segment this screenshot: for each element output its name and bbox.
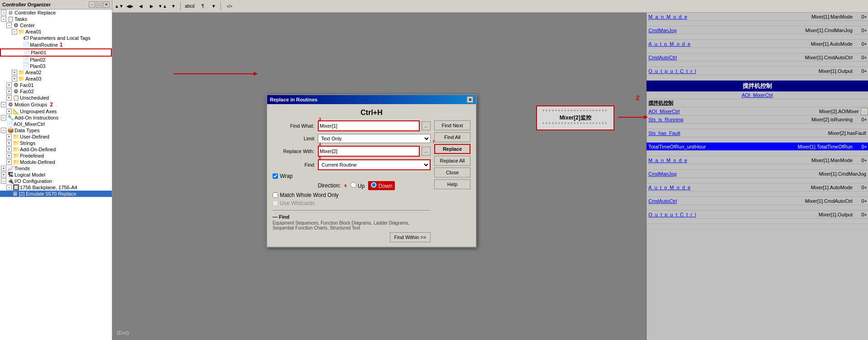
sidebar-item-plan01[interactable]: 📄 Plan01	[0, 48, 112, 57]
cell-label[interactable]: CmdManJog	[647, 171, 758, 177]
toolbar-btn-2[interactable]: ◀▶	[125, 1, 135, 11]
sidebar-float-btn[interactable]: □	[96, 1, 102, 8]
replace-all-btn[interactable]: Replace All	[434, 156, 470, 166]
sidebar-item-module-defined[interactable]: + 📁 Module-Defined	[0, 159, 112, 165]
expand-icon[interactable]: −	[1, 102, 6, 107]
expand-icon[interactable]: +	[6, 95, 12, 101]
cell-label[interactable]: O_u_t_p_u_t_C_t_r_l	[647, 68, 751, 74]
expand-icon[interactable]: −	[1, 16, 6, 22]
expand-icon[interactable]: −	[1, 178, 6, 184]
toolbar-btn-dropdown[interactable]: ▼	[209, 1, 219, 11]
expand-icon[interactable]: +	[6, 153, 12, 158]
sidebar-item-io-config[interactable]: − 🔌 I/O Configuration	[0, 178, 112, 184]
expand-icon[interactable]: +	[6, 159, 12, 165]
sidebar-item-strings[interactable]: + 📁 Strings	[0, 140, 112, 146]
sidebar-item-area03[interactable]: + 📁 Area03	[0, 76, 112, 82]
expand-icon[interactable]: +	[12, 76, 17, 81]
find-select[interactable]: Current Routine Only Text	[319, 160, 430, 169]
sidebar-pin-btn[interactable]: −	[89, 1, 95, 8]
sidebar-item-addon-instructions[interactable]: − 🔧 Add-On Instructions	[0, 115, 112, 121]
cell-label[interactable]: CmdAutoCtrl	[647, 55, 751, 60]
find-what-browse-btn[interactable]: …	[422, 121, 431, 130]
sidebar-item-ungrouped-axes[interactable]: + 📐 Ungrouped Axes	[0, 108, 112, 115]
expand-icon[interactable]: +	[6, 89, 12, 94]
expand-icon[interactable]: −	[1, 128, 6, 133]
expand-icon[interactable]: −	[1, 115, 6, 120]
toolbar-btn-4[interactable]: ▶	[147, 1, 157, 11]
expand-icon[interactable]: +	[6, 134, 12, 139]
dir-down-radio[interactable]	[371, 182, 377, 188]
toolbar-btn-6[interactable]: ▼	[168, 1, 178, 11]
cell-label[interactable]: O_u_t_p_u_t_C_t_r_l	[647, 212, 751, 217]
sidebar-item-plan02[interactable]: 📄 Plan02	[0, 57, 112, 63]
sidebar-item-motion-groups[interactable]: − ⚙ Motion Groups 2	[0, 101, 112, 108]
sidebar-item-data-types[interactable]: − 📦 Data Types	[0, 127, 112, 134]
sidebar-item-fac02[interactable]: + ⚙ Fac02	[0, 88, 112, 95]
sidebar-item-area02[interactable]: + 📁 Area02	[0, 69, 112, 76]
sidebar-item-predefined[interactable]: + 📁 Predefined	[0, 153, 112, 159]
find-next-btn[interactable]: Find Next	[434, 120, 470, 130]
expand-icon[interactable]: +	[6, 140, 12, 146]
sidebar-item-params[interactable]: 🏷 Parameters and Local Tags	[0, 35, 112, 41]
sidebar-item-emulate[interactable]: 🖥 [2] Emulate 5570 Replace	[0, 191, 112, 197]
dialog-close-btn[interactable]: ✕	[467, 96, 473, 103]
expand-icon[interactable]: −	[6, 185, 12, 190]
sidebar-item-mainroutine[interactable]: 📄 MainRoutine 1	[0, 41, 112, 48]
find-within-btn[interactable]: Find Within >>	[390, 232, 431, 242]
sidebar-item-tasks[interactable]: − 📋 Tasks	[0, 16, 112, 22]
wrap-checkbox[interactable]	[273, 173, 278, 179]
toolbar-btn-5[interactable]: ▼▲	[158, 1, 168, 11]
match-whole-word-checkbox[interactable]	[273, 192, 278, 198]
close-btn[interactable]: Close	[434, 168, 470, 177]
sidebar-item-area01[interactable]: − 📁 Area01	[0, 29, 112, 35]
cell-label[interactable]: Sts_is_Running	[647, 117, 751, 122]
limit-select[interactable]: Text Only	[318, 134, 431, 143]
cell-label[interactable]: M_a_n_M_o_d_e	[647, 158, 751, 163]
toolbar-btn-1[interactable]: ▲▼	[114, 1, 124, 11]
expand-icon[interactable]: +	[12, 70, 17, 75]
use-wildcards-checkbox[interactable]	[273, 201, 278, 206]
expand-icon[interactable]: +	[1, 172, 6, 177]
toolbar-btn-code[interactable]: </>	[223, 1, 236, 11]
table-row	[647, 124, 868, 129]
expand-icon[interactable]: +	[6, 82, 12, 88]
toolbar-btn-8[interactable]: ¶	[198, 1, 208, 11]
sidebar-item-center[interactable]: − ⚙ Center	[0, 22, 112, 29]
sidebar-item-logical-model[interactable]: + 🏗 Logical Model	[0, 172, 112, 178]
cell-label[interactable]: CmdManJog	[647, 28, 751, 33]
sidebar-item-user-defined[interactable]: + 📁 User-Defined	[0, 134, 112, 140]
find-what-input[interactable]	[319, 121, 419, 130]
expand-icon[interactable]: +	[6, 109, 12, 114]
expand-icon[interactable]: −	[12, 29, 17, 34]
sidebar-item-label: [2] Emulate 5570 Replace	[19, 191, 77, 196]
toolbar-btn-3[interactable]: ◀	[136, 1, 146, 11]
sidebar-item-fac01[interactable]: + ⚙ Fac01	[0, 82, 112, 88]
expand-icon[interactable]: +	[6, 147, 12, 152]
cell-label[interactable]: M_a_n_M_o_d_e	[647, 14, 751, 19]
cell-label[interactable]: Sts_has_Fault	[647, 130, 758, 136]
sidebar-item-controller-replace[interactable]: − 🖥 Controller Replace	[0, 10, 112, 16]
cell-label[interactable]: A_u_t_o_M_o_d_e	[647, 185, 751, 190]
cell-label[interactable]: AOI_MixerCtrl	[647, 109, 754, 114]
help-btn[interactable]: Help	[434, 179, 470, 189]
sidebar-item-unscheduled[interactable]: + 📋 Unscheduled	[0, 95, 112, 101]
sidebar-item-trends[interactable]: + 📈 Trends	[0, 165, 112, 172]
sidebar-item-add-on-defined[interactable]: + 📁 Add-On-Defined	[0, 146, 112, 153]
sidebar-item-backplane[interactable]: − 🔲 1756 Backplane, 1756-A4	[0, 184, 112, 191]
replace-btn[interactable]: Replace	[434, 144, 470, 154]
cn-panel-subtitle[interactable]: AOI_MixerCtrl	[647, 91, 868, 99]
expand-icon[interactable]: +	[1, 166, 6, 171]
find-all-btn[interactable]: Find All	[434, 132, 470, 142]
replace-with-browse-btn[interactable]: …	[422, 147, 431, 156]
sidebar-item-aoi-mixerctrl[interactable]: 📄 AOI_MixerCtrl	[0, 121, 112, 127]
cell-label[interactable]: A_u_t_o_M_o_d_e	[647, 41, 751, 47]
expand-icon[interactable]: −	[1, 10, 6, 15]
sidebar-item-plan03[interactable]: 📄 Plan03	[0, 63, 112, 69]
toolbar-btn-7[interactable]: abcd	[182, 1, 197, 11]
aoi-expand-btn[interactable]: …	[861, 108, 868, 115]
replace-with-input[interactable]	[319, 147, 419, 156]
expand-icon[interactable]: −	[6, 23, 12, 28]
sidebar-close-btn[interactable]: ✕	[103, 1, 110, 8]
dir-up-radio[interactable]	[350, 182, 356, 188]
cell-label[interactable]: CmdAutoCtrl	[647, 198, 751, 204]
